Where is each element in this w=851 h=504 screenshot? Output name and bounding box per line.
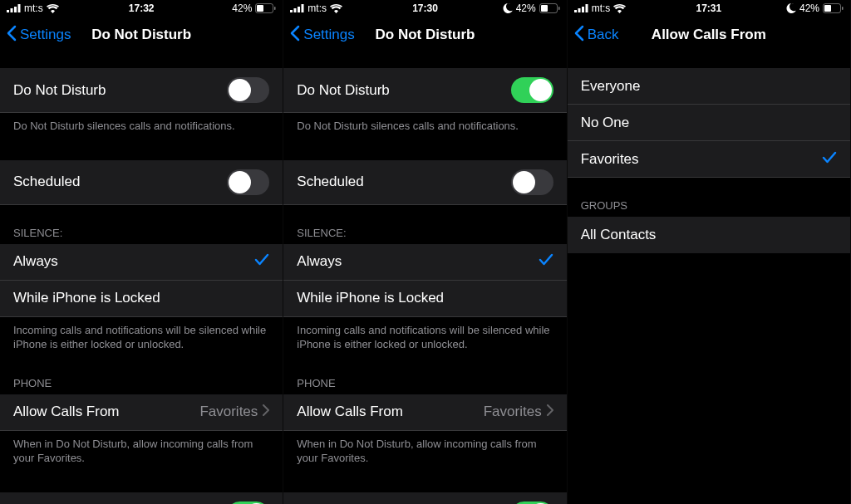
dnd-label: Do Not Disturb xyxy=(13,82,106,99)
svg-rect-2 xyxy=(14,7,17,12)
scheduled-label: Scheduled xyxy=(297,174,363,190)
battery-percent: 42% xyxy=(799,2,819,14)
carrier-label: mt:s xyxy=(24,2,43,14)
battery-icon xyxy=(255,3,276,13)
status-time: 17:31 xyxy=(696,2,721,14)
svg-rect-14 xyxy=(574,10,577,12)
content: Do Not Disturb Do Not Disturb silences c… xyxy=(0,53,283,504)
signal-icon xyxy=(7,4,21,12)
svg-rect-16 xyxy=(582,7,584,12)
silence-locked-cell[interactable]: While iPhone is Locked xyxy=(0,281,283,317)
scheduled-cell[interactable]: Scheduled xyxy=(283,160,566,205)
phone-header: PHONE xyxy=(0,372,283,394)
dnd-footer: Do Not Disturb silences calls and notifi… xyxy=(0,113,283,137)
dnd-toggle-cell[interactable]: Do Not Disturb xyxy=(283,68,566,113)
screen-dnd-off: mt:s 17:32 42% Settings Do Not Disturb D… xyxy=(0,0,283,504)
option-label: Everyone xyxy=(581,78,641,95)
repeated-calls-cell[interactable]: Repeated Calls xyxy=(0,492,283,504)
checkmark-icon xyxy=(822,151,837,168)
groups-header: GROUPS xyxy=(568,194,850,217)
svg-rect-8 xyxy=(294,8,297,12)
svg-rect-12 xyxy=(541,5,548,12)
chevron-left-icon xyxy=(290,25,300,46)
status-bar: mt:s 17:32 42% xyxy=(0,0,283,17)
scheduled-cell[interactable]: Scheduled xyxy=(0,160,283,205)
nav-bar: Settings Do Not Disturb xyxy=(0,17,283,53)
nav-bar: Settings Do Not Disturb xyxy=(283,17,566,53)
nav-back-button[interactable]: Settings xyxy=(290,25,354,46)
option-no-one[interactable]: No One xyxy=(568,105,850,141)
wifi-icon xyxy=(613,4,626,13)
option-everyone[interactable]: Everyone xyxy=(568,68,850,105)
dnd-toggle-cell[interactable]: Do Not Disturb xyxy=(0,68,283,113)
chevron-left-icon xyxy=(574,25,584,46)
dnd-toggle[interactable] xyxy=(227,77,269,103)
dnd-label: Do Not Disturb xyxy=(297,82,389,99)
checkmark-icon xyxy=(254,253,269,270)
silence-footer: Incoming calls and notifications will be… xyxy=(0,317,283,355)
option-favorites[interactable]: Favorites xyxy=(568,141,850,178)
carrier-label: mt:s xyxy=(592,2,611,14)
nav-back-button[interactable]: Settings xyxy=(7,25,71,46)
dnd-toggle[interactable] xyxy=(511,77,553,103)
phone-header: PHONE xyxy=(283,372,566,394)
svg-rect-0 xyxy=(7,10,9,12)
allow-calls-footer: When in Do Not Disturb, allow incoming c… xyxy=(283,431,566,469)
svg-rect-6 xyxy=(274,7,276,10)
repeated-calls-cell[interactable]: Repeated Calls xyxy=(283,492,566,504)
silence-locked-label: While iPhone is Locked xyxy=(13,290,160,306)
allow-calls-value: Favorites xyxy=(484,404,542,420)
battery-percent: 42% xyxy=(516,2,536,14)
chevron-right-icon xyxy=(263,404,269,420)
silence-locked-cell[interactable]: While iPhone is Locked xyxy=(283,281,566,317)
allow-calls-cell[interactable]: Allow Calls From Favorites xyxy=(0,394,283,431)
allow-calls-footer: When in Do Not Disturb, allow incoming c… xyxy=(0,431,283,469)
silence-header: SILENCE: xyxy=(0,222,283,244)
signal-icon xyxy=(574,4,588,12)
svg-rect-10 xyxy=(302,4,304,12)
screen-allow-calls: mt:s 17:31 42% Back Allow Calls From E xyxy=(568,0,851,504)
silence-always-cell[interactable]: Always xyxy=(283,244,566,281)
allow-calls-value: Favorites xyxy=(199,404,258,420)
nav-title: Do Not Disturb xyxy=(91,27,191,43)
option-label: Favorites xyxy=(581,151,639,168)
content: Everyone No One Favorites GROUPS All Con… xyxy=(568,53,850,504)
allow-calls-cell[interactable]: Allow Calls From Favorites xyxy=(283,394,566,431)
group-label: All Contacts xyxy=(581,227,657,243)
moon-icon xyxy=(503,3,513,13)
nav-title: Allow Calls From xyxy=(652,27,766,43)
content: Do Not Disturb Do Not Disturb silences c… xyxy=(283,53,566,504)
svg-rect-13 xyxy=(558,7,560,10)
silence-always-cell[interactable]: Always xyxy=(0,244,283,281)
battery-icon xyxy=(539,3,560,13)
nav-bar: Back Allow Calls From xyxy=(568,17,850,53)
silence-always-label: Always xyxy=(13,253,58,270)
option-label: No One xyxy=(581,115,630,131)
svg-rect-7 xyxy=(290,10,293,12)
scheduled-toggle[interactable] xyxy=(227,169,269,195)
svg-rect-1 xyxy=(11,8,13,12)
allow-calls-label: Allow Calls From xyxy=(297,404,403,420)
silence-always-label: Always xyxy=(297,253,342,270)
scheduled-label: Scheduled xyxy=(13,174,80,190)
svg-rect-3 xyxy=(18,4,21,12)
status-bar: mt:s 17:31 42% xyxy=(568,0,850,17)
status-bar: mt:s 17:30 42% xyxy=(283,0,566,17)
chevron-left-icon xyxy=(7,25,17,46)
svg-rect-9 xyxy=(298,7,300,12)
scheduled-toggle[interactable] xyxy=(511,169,553,195)
silence-locked-label: While iPhone is Locked xyxy=(297,290,444,306)
nav-back-label: Settings xyxy=(20,27,71,43)
nav-back-label: Settings xyxy=(303,27,354,43)
svg-rect-5 xyxy=(257,5,263,12)
screen-dnd-on: mt:s 17:30 42% Settings Do Not Disturb xyxy=(283,0,567,504)
silence-footer: Incoming calls and notifications will be… xyxy=(283,317,566,355)
checkmark-icon xyxy=(539,253,553,270)
moon-icon xyxy=(786,3,796,13)
dnd-footer: Do Not Disturb silences calls and notifi… xyxy=(283,113,566,137)
wifi-icon xyxy=(330,4,342,13)
svg-rect-19 xyxy=(824,5,831,12)
nav-back-button[interactable]: Back xyxy=(574,25,619,46)
nav-title: Do Not Disturb xyxy=(376,27,475,43)
group-all-contacts[interactable]: All Contacts xyxy=(568,217,850,253)
